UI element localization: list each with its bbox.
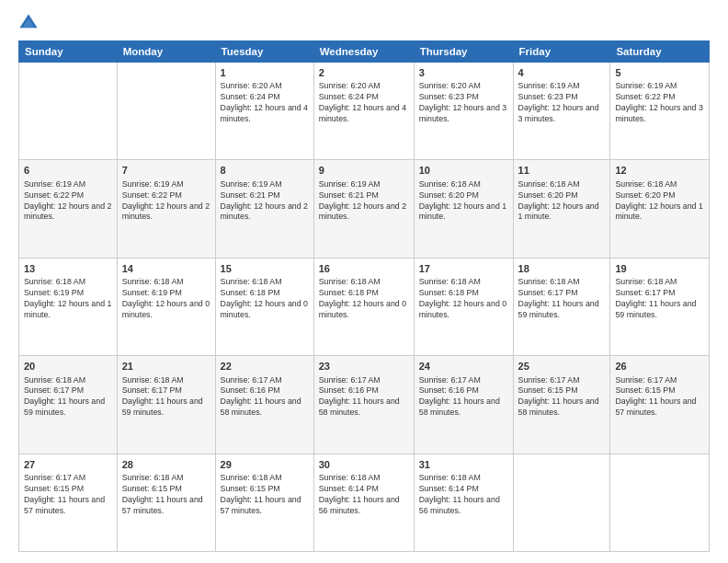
day-number: 4 [518, 66, 606, 80]
day-info: Sunrise: 6:18 AM Sunset: 6:17 PM Dayligh… [518, 277, 606, 321]
day-info: Sunrise: 6:19 AM Sunset: 6:23 PM Dayligh… [518, 81, 606, 125]
day-number: 6 [24, 164, 112, 178]
day-number: 17 [419, 262, 508, 276]
day-info: Sunrise: 6:20 AM Sunset: 6:24 PM Dayligh… [319, 81, 409, 125]
logo [18, 15, 39, 33]
day-info: Sunrise: 6:20 AM Sunset: 6:23 PM Dayligh… [419, 81, 508, 125]
day-number: 30 [319, 458, 409, 472]
day-info: Sunrise: 6:19 AM Sunset: 6:22 PM Dayligh… [615, 81, 704, 125]
page-header [18, 15, 710, 33]
calendar-cell: 23Sunrise: 6:17 AM Sunset: 6:16 PM Dayli… [313, 356, 414, 454]
day-info: Sunrise: 6:18 AM Sunset: 6:18 PM Dayligh… [221, 277, 309, 321]
day-number: 26 [615, 360, 704, 373]
day-info: Sunrise: 6:19 AM Sunset: 6:22 PM Dayligh… [122, 179, 210, 224]
calendar-cell: 9Sunrise: 6:19 AM Sunset: 6:21 PM Daylig… [313, 160, 414, 258]
day-number: 14 [122, 262, 210, 276]
calendar-cell: 30Sunrise: 6:18 AM Sunset: 6:14 PM Dayli… [313, 454, 414, 551]
calendar-week-3: 13Sunrise: 6:18 AM Sunset: 6:19 PM Dayli… [19, 258, 710, 355]
day-number: 7 [122, 164, 210, 178]
day-info: Sunrise: 6:18 AM Sunset: 6:20 PM Dayligh… [419, 179, 508, 224]
day-header-saturday: Saturday [610, 41, 710, 63]
day-number: 23 [319, 360, 409, 373]
calendar-cell: 2Sunrise: 6:20 AM Sunset: 6:24 PM Daylig… [313, 63, 414, 160]
calendar-cell: 31Sunrise: 6:18 AM Sunset: 6:14 PM Dayli… [414, 454, 513, 551]
day-number: 28 [122, 458, 210, 472]
day-number: 11 [518, 164, 606, 178]
day-number: 5 [615, 66, 704, 80]
calendar-cell [117, 63, 215, 160]
calendar-cell: 5Sunrise: 6:19 AM Sunset: 6:22 PM Daylig… [610, 63, 710, 160]
logo-icon [18, 13, 39, 33]
day-info: Sunrise: 6:18 AM Sunset: 6:20 PM Dayligh… [615, 179, 704, 224]
day-header-friday: Friday [513, 41, 610, 63]
day-info: Sunrise: 6:18 AM Sunset: 6:18 PM Dayligh… [419, 277, 508, 321]
day-number: 3 [419, 66, 508, 80]
day-number: 22 [221, 360, 309, 373]
day-header-sunday: Sunday [19, 41, 118, 63]
calendar-cell [610, 454, 710, 551]
day-number: 9 [319, 164, 409, 178]
day-number: 21 [122, 360, 210, 373]
day-info: Sunrise: 6:17 AM Sunset: 6:16 PM Dayligh… [221, 375, 309, 419]
day-number: 24 [419, 360, 508, 373]
calendar-table: SundayMondayTuesdayWednesdayThursdayFrid… [18, 40, 710, 552]
calendar-cell: 19Sunrise: 6:18 AM Sunset: 6:17 PM Dayli… [610, 258, 710, 355]
calendar-cell: 11Sunrise: 6:18 AM Sunset: 6:20 PM Dayli… [513, 160, 610, 258]
calendar-cell: 26Sunrise: 6:17 AM Sunset: 6:15 PM Dayli… [610, 356, 710, 454]
day-info: Sunrise: 6:17 AM Sunset: 6:16 PM Dayligh… [319, 375, 409, 419]
day-number: 19 [615, 262, 704, 276]
calendar-week-1: 1Sunrise: 6:20 AM Sunset: 6:24 PM Daylig… [19, 63, 710, 160]
calendar-cell: 15Sunrise: 6:18 AM Sunset: 6:18 PM Dayli… [215, 258, 313, 355]
day-number: 15 [221, 262, 309, 276]
calendar-cell: 12Sunrise: 6:18 AM Sunset: 6:20 PM Dayli… [610, 160, 710, 258]
calendar-cell: 1Sunrise: 6:20 AM Sunset: 6:24 PM Daylig… [215, 63, 313, 160]
day-info: Sunrise: 6:18 AM Sunset: 6:15 PM Dayligh… [122, 473, 210, 517]
calendar-cell: 20Sunrise: 6:18 AM Sunset: 6:17 PM Dayli… [19, 356, 118, 454]
calendar-cell: 14Sunrise: 6:18 AM Sunset: 6:19 PM Dayli… [117, 258, 215, 355]
day-info: Sunrise: 6:17 AM Sunset: 6:15 PM Dayligh… [518, 375, 606, 419]
day-info: Sunrise: 6:18 AM Sunset: 6:15 PM Dayligh… [221, 473, 309, 517]
calendar-cell: 21Sunrise: 6:18 AM Sunset: 6:17 PM Dayli… [117, 356, 215, 454]
day-number: 10 [419, 164, 508, 178]
calendar-cell: 6Sunrise: 6:19 AM Sunset: 6:22 PM Daylig… [19, 160, 118, 258]
day-info: Sunrise: 6:19 AM Sunset: 6:22 PM Dayligh… [24, 179, 112, 224]
calendar-week-5: 27Sunrise: 6:17 AM Sunset: 6:15 PM Dayli… [19, 454, 710, 551]
calendar-cell: 27Sunrise: 6:17 AM Sunset: 6:15 PM Dayli… [19, 454, 118, 551]
calendar-cell: 25Sunrise: 6:17 AM Sunset: 6:15 PM Dayli… [513, 356, 610, 454]
day-info: Sunrise: 6:19 AM Sunset: 6:21 PM Dayligh… [319, 179, 409, 224]
day-info: Sunrise: 6:19 AM Sunset: 6:21 PM Dayligh… [221, 179, 309, 224]
calendar-cell [513, 454, 610, 551]
calendar-cell: 28Sunrise: 6:18 AM Sunset: 6:15 PM Dayli… [117, 454, 215, 551]
day-number: 31 [419, 458, 508, 472]
day-header-tuesday: Tuesday [215, 41, 313, 63]
day-info: Sunrise: 6:18 AM Sunset: 6:17 PM Dayligh… [615, 277, 704, 321]
calendar-cell: 13Sunrise: 6:18 AM Sunset: 6:19 PM Dayli… [19, 258, 118, 355]
calendar-cell: 29Sunrise: 6:18 AM Sunset: 6:15 PM Dayli… [215, 454, 313, 551]
day-info: Sunrise: 6:18 AM Sunset: 6:19 PM Dayligh… [122, 277, 210, 321]
day-info: Sunrise: 6:17 AM Sunset: 6:16 PM Dayligh… [419, 375, 508, 419]
day-info: Sunrise: 6:20 AM Sunset: 6:24 PM Dayligh… [221, 81, 309, 125]
day-header-monday: Monday [117, 41, 215, 63]
day-number: 18 [518, 262, 606, 276]
day-info: Sunrise: 6:18 AM Sunset: 6:14 PM Dayligh… [319, 473, 409, 517]
day-number: 27 [24, 458, 112, 472]
calendar-week-4: 20Sunrise: 6:18 AM Sunset: 6:17 PM Dayli… [19, 356, 710, 454]
day-number: 1 [221, 66, 309, 80]
day-number: 20 [24, 360, 112, 373]
calendar-cell [19, 63, 118, 160]
day-number: 16 [319, 262, 409, 276]
day-number: 8 [221, 164, 309, 178]
calendar-cell: 8Sunrise: 6:19 AM Sunset: 6:21 PM Daylig… [215, 160, 313, 258]
calendar-cell: 4Sunrise: 6:19 AM Sunset: 6:23 PM Daylig… [513, 63, 610, 160]
day-info: Sunrise: 6:18 AM Sunset: 6:14 PM Dayligh… [419, 473, 508, 517]
day-header-thursday: Thursday [414, 41, 513, 63]
calendar-cell: 17Sunrise: 6:18 AM Sunset: 6:18 PM Dayli… [414, 258, 513, 355]
day-info: Sunrise: 6:17 AM Sunset: 6:15 PM Dayligh… [24, 473, 112, 517]
day-info: Sunrise: 6:17 AM Sunset: 6:15 PM Dayligh… [615, 375, 704, 419]
calendar-week-2: 6Sunrise: 6:19 AM Sunset: 6:22 PM Daylig… [19, 160, 710, 258]
calendar-cell: 10Sunrise: 6:18 AM Sunset: 6:20 PM Dayli… [414, 160, 513, 258]
calendar-cell: 3Sunrise: 6:20 AM Sunset: 6:23 PM Daylig… [414, 63, 513, 160]
day-number: 29 [221, 458, 309, 472]
day-header-wednesday: Wednesday [313, 41, 414, 63]
calendar-cell: 22Sunrise: 6:17 AM Sunset: 6:16 PM Dayli… [215, 356, 313, 454]
